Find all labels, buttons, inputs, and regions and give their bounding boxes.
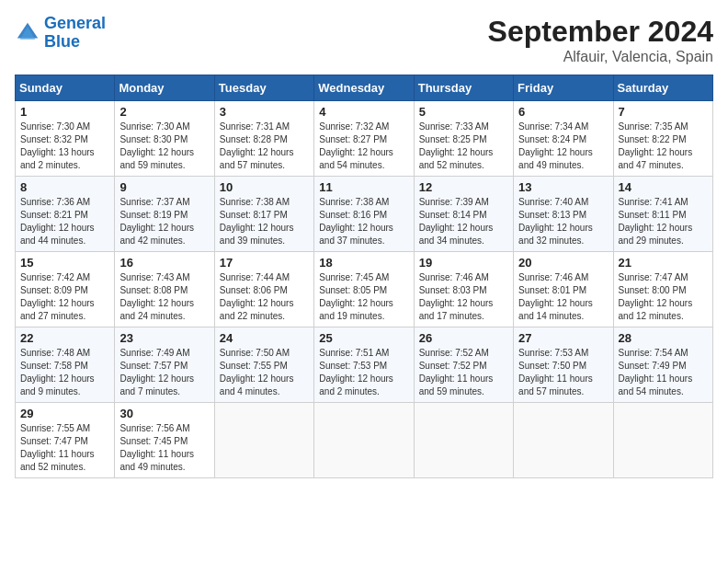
day-number: 9 (119, 180, 209, 194)
cell-info: Sunrise: 7:35 AMSunset: 8:22 PMDaylight:… (619, 121, 693, 170)
col-monday: Monday (115, 75, 214, 101)
calendar-cell: 28Sunrise: 7:54 AMSunset: 7:49 PMDayligh… (613, 327, 712, 403)
calendar-cell: 6Sunrise: 7:34 AMSunset: 8:24 PMDaylight… (514, 101, 613, 177)
day-number: 23 (119, 331, 209, 345)
calendar-cell: 22Sunrise: 7:48 AMSunset: 7:58 PMDayligh… (16, 327, 115, 403)
calendar-cell: 16Sunrise: 7:43 AMSunset: 8:08 PMDayligh… (115, 252, 214, 327)
cell-info: Sunrise: 7:47 AMSunset: 8:00 PMDaylight:… (619, 272, 693, 321)
day-number: 13 (518, 180, 608, 194)
day-number: 27 (518, 331, 608, 345)
day-number: 21 (619, 256, 708, 270)
day-number: 11 (319, 180, 408, 194)
cell-info: Sunrise: 7:42 AMSunset: 8:09 PMDaylight:… (20, 272, 95, 321)
day-number: 18 (319, 256, 408, 270)
day-number: 15 (20, 256, 109, 270)
cell-info: Sunrise: 7:45 AMSunset: 8:05 PMDaylight:… (319, 272, 393, 321)
day-number: 24 (220, 331, 309, 345)
calendar-cell: 15Sunrise: 7:42 AMSunset: 8:09 PMDayligh… (16, 252, 115, 327)
calendar-cell: 2Sunrise: 7:30 AMSunset: 8:30 PMDaylight… (115, 101, 214, 177)
page-header: General Blue September 2024 Alfauir, Val… (15, 15, 713, 65)
calendar-cell: 26Sunrise: 7:52 AMSunset: 7:52 PMDayligh… (414, 327, 513, 403)
cell-info: Sunrise: 7:30 AMSunset: 8:32 PMDaylight:… (20, 121, 95, 170)
day-number: 17 (220, 256, 309, 270)
col-wednesday: Wednesday (314, 75, 414, 101)
cell-info: Sunrise: 7:44 AMSunset: 8:06 PMDaylight:… (220, 272, 294, 321)
cell-info: Sunrise: 7:52 AMSunset: 7:52 PMDaylight:… (419, 348, 494, 396)
cell-info: Sunrise: 7:38 AMSunset: 8:16 PMDaylight:… (319, 197, 393, 246)
day-number: 2 (119, 105, 209, 119)
calendar-cell (214, 403, 313, 478)
calendar-cell: 23Sunrise: 7:49 AMSunset: 7:57 PMDayligh… (115, 327, 214, 403)
calendar-cell: 24Sunrise: 7:50 AMSunset: 7:55 PMDayligh… (214, 327, 313, 403)
day-number: 14 (619, 180, 708, 194)
day-number: 26 (419, 331, 508, 345)
calendar-cell: 29Sunrise: 7:55 AMSunset: 7:47 PMDayligh… (16, 403, 115, 478)
col-friday: Friday (514, 75, 613, 101)
cell-info: Sunrise: 7:30 AMSunset: 8:30 PMDaylight:… (119, 121, 194, 170)
day-number: 10 (220, 180, 309, 194)
day-number: 4 (319, 105, 408, 119)
calendar-cell: 7Sunrise: 7:35 AMSunset: 8:22 PMDaylight… (613, 101, 712, 177)
calendar-week-row: 22Sunrise: 7:48 AMSunset: 7:58 PMDayligh… (16, 327, 713, 403)
day-number: 28 (619, 331, 708, 345)
day-number: 5 (419, 105, 508, 119)
calendar-cell: 25Sunrise: 7:51 AMSunset: 7:53 PMDayligh… (314, 327, 414, 403)
cell-info: Sunrise: 7:34 AMSunset: 8:24 PMDaylight:… (518, 121, 593, 170)
month-title: September 2024 (488, 15, 713, 49)
calendar-cell: 21Sunrise: 7:47 AMSunset: 8:00 PMDayligh… (613, 252, 712, 327)
calendar-cell: 17Sunrise: 7:44 AMSunset: 8:06 PMDayligh… (214, 252, 313, 327)
calendar-cell: 4Sunrise: 7:32 AMSunset: 8:27 PMDaylight… (314, 101, 414, 177)
cell-info: Sunrise: 7:56 AMSunset: 7:45 PMDaylight:… (119, 423, 194, 472)
cell-info: Sunrise: 7:32 AMSunset: 8:27 PMDaylight:… (319, 121, 393, 170)
calendar-cell: 3Sunrise: 7:31 AMSunset: 8:28 PMDaylight… (214, 101, 313, 177)
cell-info: Sunrise: 7:50 AMSunset: 7:55 PMDaylight:… (220, 348, 294, 396)
title-block: September 2024 Alfauir, Valencia, Spain (488, 15, 713, 65)
cell-info: Sunrise: 7:53 AMSunset: 7:50 PMDaylight:… (518, 348, 593, 396)
calendar-week-row: 29Sunrise: 7:55 AMSunset: 7:47 PMDayligh… (16, 403, 713, 478)
calendar-cell: 19Sunrise: 7:46 AMSunset: 8:03 PMDayligh… (414, 252, 513, 327)
day-number: 25 (319, 331, 408, 345)
col-saturday: Saturday (613, 75, 712, 101)
day-number: 8 (20, 180, 109, 194)
cell-info: Sunrise: 7:48 AMSunset: 7:58 PMDaylight:… (20, 348, 95, 396)
logo: General Blue (15, 15, 106, 52)
calendar-cell: 18Sunrise: 7:45 AMSunset: 8:05 PMDayligh… (314, 252, 414, 327)
cell-info: Sunrise: 7:43 AMSunset: 8:08 PMDaylight:… (119, 272, 194, 321)
day-number: 3 (220, 105, 309, 119)
cell-info: Sunrise: 7:41 AMSunset: 8:11 PMDaylight:… (619, 197, 693, 246)
cell-info: Sunrise: 7:55 AMSunset: 7:47 PMDaylight:… (20, 423, 95, 472)
day-number: 1 (20, 105, 109, 119)
calendar-week-row: 8Sunrise: 7:36 AMSunset: 8:21 PMDaylight… (16, 177, 713, 252)
cell-info: Sunrise: 7:36 AMSunset: 8:21 PMDaylight:… (20, 197, 95, 246)
calendar-cell (613, 403, 712, 478)
day-number: 29 (20, 407, 109, 420)
calendar-cell: 13Sunrise: 7:40 AMSunset: 8:13 PMDayligh… (514, 177, 613, 252)
calendar-cell: 8Sunrise: 7:36 AMSunset: 8:21 PMDaylight… (16, 177, 115, 252)
calendar-week-row: 1Sunrise: 7:30 AMSunset: 8:32 PMDaylight… (16, 101, 713, 177)
calendar-table: Sunday Monday Tuesday Wednesday Thursday… (15, 75, 713, 478)
calendar-cell: 30Sunrise: 7:56 AMSunset: 7:45 PMDayligh… (115, 403, 214, 478)
calendar-cell: 1Sunrise: 7:30 AMSunset: 8:32 PMDaylight… (16, 101, 115, 177)
cell-info: Sunrise: 7:37 AMSunset: 8:19 PMDaylight:… (119, 197, 194, 246)
header-row: Sunday Monday Tuesday Wednesday Thursday… (16, 75, 713, 101)
cell-info: Sunrise: 7:46 AMSunset: 8:03 PMDaylight:… (419, 272, 494, 321)
day-number: 22 (20, 331, 109, 345)
col-tuesday: Tuesday (214, 75, 313, 101)
location: Alfauir, Valencia, Spain (488, 49, 713, 65)
calendar-cell: 9Sunrise: 7:37 AMSunset: 8:19 PMDaylight… (115, 177, 214, 252)
cell-info: Sunrise: 7:31 AMSunset: 8:28 PMDaylight:… (220, 121, 294, 170)
cell-info: Sunrise: 7:46 AMSunset: 8:01 PMDaylight:… (518, 272, 593, 321)
calendar-week-row: 15Sunrise: 7:42 AMSunset: 8:09 PMDayligh… (16, 252, 713, 327)
logo-icon (15, 20, 40, 46)
cell-info: Sunrise: 7:38 AMSunset: 8:17 PMDaylight:… (220, 197, 294, 246)
day-number: 16 (119, 256, 209, 270)
calendar-cell: 27Sunrise: 7:53 AMSunset: 7:50 PMDayligh… (514, 327, 613, 403)
day-number: 7 (619, 105, 708, 119)
calendar-cell: 20Sunrise: 7:46 AMSunset: 8:01 PMDayligh… (514, 252, 613, 327)
calendar-cell (314, 403, 414, 478)
day-number: 20 (518, 256, 608, 270)
calendar-cell: 5Sunrise: 7:33 AMSunset: 8:25 PMDaylight… (414, 101, 513, 177)
day-number: 30 (119, 407, 209, 420)
logo-text: General Blue (44, 15, 106, 52)
calendar-cell (514, 403, 613, 478)
